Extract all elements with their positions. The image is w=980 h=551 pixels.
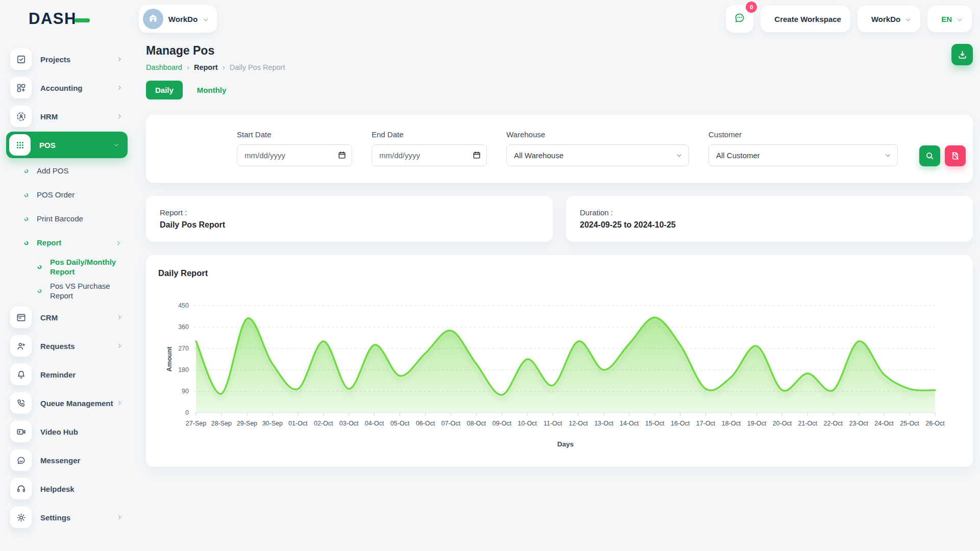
sidebar-subitem-pos-order[interactable]: POS Order xyxy=(0,183,134,207)
svg-text:07-Oct: 07-Oct xyxy=(442,420,461,427)
chevron-down-icon xyxy=(113,142,119,148)
end-date-label: End Date xyxy=(372,130,487,139)
sidebar-item-pos[interactable]: POS xyxy=(6,132,128,158)
reminder-icon xyxy=(10,364,32,385)
message-icon xyxy=(733,12,746,26)
sidebar-subitem-pos-daily-monthly-report[interactable]: Pos Daily/Monthly Report xyxy=(0,255,134,279)
end-date-input[interactable] xyxy=(372,144,487,166)
sidebar-item-messenger[interactable]: Messenger xyxy=(0,446,134,474)
sidebar-item-settings[interactable]: Settings xyxy=(0,503,134,532)
queue-management-icon xyxy=(10,392,32,414)
x-axis-title: Days xyxy=(557,440,574,448)
chart-title: Daily Report xyxy=(158,268,961,278)
crm-icon xyxy=(10,307,32,328)
chevron-down-icon xyxy=(905,16,911,22)
svg-text:29-Sep: 29-Sep xyxy=(237,420,257,427)
report-value: Daily Pos Report xyxy=(160,220,539,230)
sidebar-item-video-hub[interactable]: Video Hub xyxy=(0,417,134,446)
breadcrumb-current: Daily Pos Report xyxy=(230,63,285,71)
daily-report-chart-card: Daily Report 090180270360450 27-Sep28-Se… xyxy=(146,255,973,467)
svg-text:20-Oct: 20-Oct xyxy=(773,420,792,427)
sidebar-item-projects[interactable]: Projects xyxy=(0,45,134,73)
sidebar-item-crm[interactable]: CRM xyxy=(0,303,134,332)
svg-text:26-Oct: 26-Oct xyxy=(925,420,945,427)
sidebar-subitem-pos-vs-purchase-report[interactable]: Pos VS Purchase Report xyxy=(0,279,134,303)
svg-text:23-Oct: 23-Oct xyxy=(849,420,868,427)
customer-select[interactable]: All Customer xyxy=(708,144,898,166)
workspace-avatar xyxy=(143,9,163,29)
svg-text:03-Oct: 03-Oct xyxy=(339,420,359,427)
sidebar-item-helpdesk[interactable]: Helpdesk xyxy=(0,474,134,503)
chevron-right-icon xyxy=(116,314,122,320)
svg-text:24-Oct: 24-Oct xyxy=(874,420,894,427)
sidebar-item-requests[interactable]: Requests xyxy=(0,332,134,360)
search-button[interactable] xyxy=(919,145,940,166)
sidebar-subitem-print-barcode[interactable]: Print Barcode xyxy=(0,207,134,231)
sidebar-subitem-add-pos[interactable]: Add POS xyxy=(0,159,134,183)
projects-icon xyxy=(10,48,32,70)
start-date-input[interactable] xyxy=(237,144,352,166)
svg-text:22-Oct: 22-Oct xyxy=(824,420,843,427)
breadcrumb: Dashboard › Report › Daily Pos Report xyxy=(146,63,285,71)
warehouse-select[interactable]: All Warehouse xyxy=(506,144,689,166)
create-workspace-button[interactable]: Create Workspace xyxy=(761,6,850,32)
svg-text:27-Sep: 27-Sep xyxy=(186,420,206,427)
dash-logo[interactable]: DASH xyxy=(29,10,82,28)
chevron-right-icon xyxy=(116,113,122,119)
messenger-icon xyxy=(10,449,32,471)
tab-daily[interactable]: Daily xyxy=(146,81,183,99)
sidebar-item-accounting[interactable]: Accounting xyxy=(0,73,134,102)
start-date-label: Start Date xyxy=(237,130,352,139)
breadcrumb-dashboard[interactable]: Dashboard xyxy=(146,63,182,71)
search-icon xyxy=(925,151,935,161)
messages-button[interactable]: 0 xyxy=(726,5,753,33)
chevron-right-icon xyxy=(116,85,122,91)
duration-value: 2024-09-25 to 2024-10-25 xyxy=(580,220,959,230)
report-period-tabs: Daily Monthly xyxy=(146,81,973,99)
svg-text:30-Sep: 30-Sep xyxy=(262,420,283,427)
breadcrumb-report[interactable]: Report xyxy=(194,63,218,71)
chevron-down-icon xyxy=(957,16,963,22)
file-off-icon xyxy=(950,151,960,161)
workspace-menu-label: WorkDo xyxy=(871,15,900,23)
svg-text:90: 90 xyxy=(182,388,189,395)
svg-text:10-Oct: 10-Oct xyxy=(518,420,537,427)
tab-monthly[interactable]: Monthly xyxy=(188,81,236,99)
svg-text:18-Oct: 18-Oct xyxy=(722,420,741,427)
breadcrumb-separator: › xyxy=(223,63,225,71)
filter-card: Start Date End Date Warehouse All Wareho… xyxy=(146,115,973,183)
app-header: DASH WorkDo 0 Create Workspace WorkDo EN xyxy=(0,0,980,38)
svg-text:09-Oct: 09-Oct xyxy=(492,420,511,427)
warehouse-label: Warehouse xyxy=(506,130,689,139)
y-axis-title: Amount xyxy=(165,346,173,372)
svg-text:180: 180 xyxy=(178,366,189,373)
download-report-button[interactable] xyxy=(951,44,973,65)
duration-summary-card: Duration : 2024-09-25 to 2024-10-25 xyxy=(566,196,973,242)
sidebar-item-hrm[interactable]: HRM xyxy=(0,102,134,131)
svg-text:19-Oct: 19-Oct xyxy=(747,420,767,427)
logo-text: DASH xyxy=(29,10,77,28)
svg-text:450: 450 xyxy=(178,302,189,309)
language-selector[interactable]: EN xyxy=(927,6,972,32)
create-workspace-label: Create Workspace xyxy=(774,15,841,23)
requests-icon xyxy=(10,335,32,357)
area-chart-svg: 090180270360450 27-Sep28-Sep29-Sep30-Sep… xyxy=(158,297,961,452)
chevron-right-icon xyxy=(115,240,121,246)
workspace-switcher[interactable]: WorkDo xyxy=(139,5,217,33)
sidebar-item-queue-management[interactable]: Queue Management xyxy=(0,389,134,417)
sidebar-item-reminder[interactable]: Reminder xyxy=(0,360,134,389)
svg-text:08-Oct: 08-Oct xyxy=(467,420,486,427)
svg-text:360: 360 xyxy=(178,323,189,331)
svg-text:270: 270 xyxy=(178,345,189,352)
svg-text:15-Oct: 15-Oct xyxy=(645,420,665,427)
sidebar-subitem-report[interactable]: Report xyxy=(0,231,134,255)
chevron-right-icon xyxy=(116,343,122,349)
daily-report-chart: 090180270360450 27-Sep28-Sep29-Sep30-Sep… xyxy=(158,297,961,454)
reset-filter-button[interactable] xyxy=(945,145,966,166)
sub-bullet-icon xyxy=(22,239,30,247)
breadcrumb-separator: › xyxy=(187,63,189,71)
svg-text:21-Oct: 21-Oct xyxy=(798,420,818,427)
workspace-menu-button[interactable]: WorkDo xyxy=(857,6,920,32)
hrm-icon xyxy=(10,106,32,127)
main-content: Manage Pos Dashboard › Report › Daily Po… xyxy=(134,38,980,551)
